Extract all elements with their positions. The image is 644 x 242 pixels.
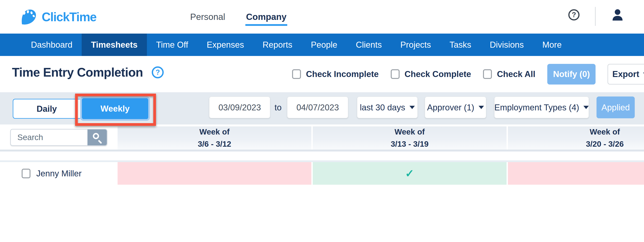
tab-company[interactable]: Company (246, 6, 287, 28)
week-column-header-2: Week of 3/13 - 3/19 (313, 126, 506, 150)
help-icon[interactable]: ? (568, 9, 580, 20)
approver-filter-label: Approver (1) (427, 103, 474, 112)
check-incomplete-group[interactable]: Check Incomplete (292, 69, 379, 79)
check-complete-checkbox[interactable] (391, 69, 400, 79)
nav-item-projects[interactable]: Projects (391, 34, 440, 56)
page-header-controls: Check Incomplete Check Complete Check Al… (292, 56, 644, 92)
table-row: Jenny Miller ✓ (0, 162, 644, 185)
week-date-range: 3/13 - 3/19 (391, 140, 428, 148)
weekly-toggle-button[interactable]: Weekly (80, 96, 150, 121)
table-header-bottom-divider (0, 150, 644, 152)
check-complete-group[interactable]: Check Complete (391, 69, 471, 79)
page-title: Time Entry Completion (12, 65, 143, 80)
nav-item-time-off[interactable]: Time Off (147, 34, 198, 56)
empty-area (0, 185, 644, 242)
week-of-label: Week of (394, 127, 425, 136)
user-account-icon[interactable] (612, 8, 624, 22)
topbar-right-actions: ? (563, 0, 644, 34)
check-all-group[interactable]: Check All (483, 69, 535, 79)
daily-toggle-button[interactable]: Daily (13, 99, 80, 119)
search-input[interactable] (11, 130, 88, 145)
check-incomplete-label: Check Incomplete (306, 69, 379, 79)
status-cell-week-3[interactable] (508, 162, 644, 185)
employee-name-cell: Jenny Miller (0, 162, 116, 185)
table-body-gap (0, 152, 644, 160)
notify-button[interactable]: Notify (0) (547, 64, 596, 84)
export-button-label: Export (612, 69, 639, 79)
week-of-label: Week of (200, 127, 230, 136)
nav-item-people[interactable]: People (302, 34, 346, 56)
week-column-header-3: Week of 3/20 - 3/26 (508, 126, 644, 150)
status-cell-week-2[interactable]: ✓ (313, 162, 506, 185)
caret-down-icon (478, 106, 484, 109)
employment-types-filter-label: Employment Types (4) (494, 103, 579, 112)
nav-item-dashboard[interactable]: Dashboard (22, 34, 82, 56)
check-all-checkbox[interactable] (483, 69, 492, 79)
nav-item-more[interactable]: More (533, 34, 571, 56)
topbar-divider (595, 7, 596, 26)
week-of-label: Week of (590, 127, 620, 136)
nav-item-expenses[interactable]: Expenses (198, 34, 253, 56)
table-header-left-cell (0, 126, 116, 150)
top-bar: ClickTime Personal Company ? (0, 0, 644, 34)
employee-row-checkbox[interactable] (22, 169, 30, 178)
week-date-range: 3/6 - 3/12 (198, 140, 231, 148)
clicktime-logo[interactable]: ClickTime (18, 8, 96, 26)
tab-personal[interactable]: Personal (190, 12, 225, 22)
nav-item-divisions[interactable]: Divisions (480, 34, 533, 56)
date-range-to-label: to (274, 96, 282, 118)
check-all-label: Check All (497, 69, 535, 79)
approver-filter-dropdown[interactable]: Approver (1) (425, 96, 486, 118)
week-date-range: 3/20 - 3/26 (586, 140, 624, 148)
page-help-icon[interactable]: ? (152, 66, 164, 78)
check-complete-label: Check Complete (404, 69, 471, 79)
main-nav: Dashboard Timesheets Time Off Expenses R… (0, 34, 644, 56)
date-range-preset-dropdown[interactable]: last 30 days (357, 96, 418, 118)
logo-text: ClickTime (42, 10, 96, 24)
page-header: Time Entry Completion ? Check Incomplete… (0, 56, 644, 92)
search-button[interactable] (88, 130, 107, 145)
search-icon (93, 133, 99, 139)
clicktime-palette-icon (18, 8, 39, 26)
table-header-row: Week of 3/6 - 3/12 Week of 3/13 - 3/19 W… (0, 124, 644, 152)
status-check-icon: ✓ (405, 167, 414, 180)
applied-button[interactable]: Applied (596, 96, 635, 118)
nav-item-clients[interactable]: Clients (346, 34, 391, 56)
nav-item-reports[interactable]: Reports (253, 34, 302, 56)
context-tabs: Personal Company (190, 0, 286, 34)
export-button[interactable]: Export (608, 64, 644, 84)
table-body-top-divider (0, 160, 644, 162)
filter-bar: Daily Weekly to last 30 days Approver (1… (0, 92, 644, 124)
date-range-preset-label: last 30 days (360, 103, 405, 112)
week-column-header-1: Week of 3/6 - 3/12 (118, 126, 312, 150)
caret-down-icon (643, 72, 644, 76)
employment-types-filter-dropdown[interactable]: Employment Types (4) (494, 96, 589, 118)
check-incomplete-checkbox[interactable] (292, 69, 301, 79)
nav-item-timesheets[interactable]: Timesheets (82, 34, 147, 56)
status-cell-week-1[interactable] (118, 162, 312, 185)
date-from-input[interactable] (209, 96, 270, 118)
caret-down-icon (584, 106, 589, 109)
table-body: Jenny Miller ✓ (0, 162, 644, 185)
date-to-input[interactable] (287, 96, 348, 118)
employee-name: Jenny Miller (36, 169, 82, 178)
nav-item-tasks[interactable]: Tasks (440, 34, 480, 56)
search-box (10, 129, 107, 146)
caret-down-icon (410, 106, 415, 109)
